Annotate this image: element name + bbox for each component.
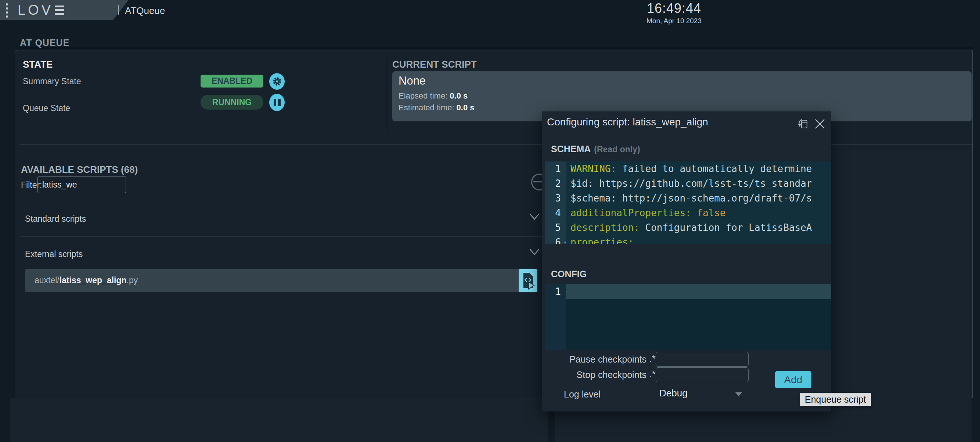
config-line-number: 1 xyxy=(545,284,566,299)
section-underline xyxy=(20,48,973,48)
topbar-divider xyxy=(118,5,119,15)
pause-checkpoints-input[interactable] xyxy=(655,352,749,367)
script-path: auxtel/latiss_wep_align.py xyxy=(35,275,138,286)
add-button[interactable]: Add xyxy=(775,371,811,388)
page-title: ATQueue xyxy=(125,5,165,16)
state-current-divider xyxy=(387,59,387,132)
stop-checkpoints-input[interactable] xyxy=(655,367,749,382)
gear-icon xyxy=(272,77,282,86)
elapsed-time-value: 0.0 s xyxy=(450,91,468,101)
script-prefix: auxtel/ xyxy=(35,275,59,285)
elapsed-time-row: Elapsed time:0.0 s xyxy=(399,91,468,101)
clock: 16:49:44 Mon, Apr 10 2023 xyxy=(624,1,724,25)
log-level-select[interactable]: Debug xyxy=(659,388,687,399)
config-code-editor[interactable]: 1 xyxy=(545,284,831,350)
available-scripts-title: AVAILABLE SCRIPTS (68) xyxy=(21,164,138,176)
bottom-left-sub-panel xyxy=(10,398,548,442)
current-script-title: CURRENT SCRIPT xyxy=(392,59,477,70)
pause-checkpoints-pattern: .* xyxy=(649,353,655,364)
clock-time: 16:49:44 xyxy=(624,1,724,16)
external-scripts-label: External scripts xyxy=(25,249,83,259)
config-title: CONFIG xyxy=(551,269,587,279)
log-level-label: Log level xyxy=(564,389,601,400)
logo-e-bars-icon xyxy=(55,5,64,15)
external-scripts-group[interactable]: External scripts xyxy=(20,243,548,265)
filter-input[interactable] xyxy=(37,176,126,193)
configure-script-modal: Configuring script: latiss_wep_align SCH… xyxy=(542,112,831,412)
configure-script-button[interactable] xyxy=(519,269,538,292)
close-modal-button[interactable] xyxy=(815,118,826,129)
schema-code-editor[interactable]: 1WARNING: failed to automatically determ… xyxy=(545,161,831,244)
standard-scripts-group[interactable]: Standard scripts xyxy=(20,208,548,230)
pause-icon xyxy=(274,99,276,106)
chevron-down-icon xyxy=(529,212,540,223)
script-list-item[interactable]: auxtel/latiss_wep_align.py xyxy=(25,269,538,292)
current-script-name: None xyxy=(399,74,426,88)
schema-readonly-note: (Read only) xyxy=(594,145,640,155)
summary-state-badge: ENABLED xyxy=(200,75,263,88)
estimated-time-value: 0.0 s xyxy=(457,103,474,112)
config-active-line[interactable] xyxy=(566,284,831,299)
groups-divider xyxy=(20,236,548,236)
love-logo: LOV xyxy=(18,3,64,17)
close-icon xyxy=(815,118,826,129)
pause-checkpoints-label: Pause checkpoints xyxy=(562,354,646,365)
queue-state-badge: RUNNING xyxy=(200,95,263,110)
schema-code: 1WARNING: failed to automatically determ… xyxy=(545,161,831,244)
standard-scripts-label: Standard scripts xyxy=(25,214,86,224)
summary-state-settings-button[interactable] xyxy=(269,73,285,90)
atqueue-screen: LOV ATQueue 16:49:44 Mon, Apr 10 2023 AT… xyxy=(0,0,980,442)
summary-state-label: Summary State xyxy=(23,77,81,86)
script-name: latiss_wep_align xyxy=(59,275,127,285)
schema-section-header: SCHEMA (Read only) xyxy=(551,144,640,155)
estimated-time-row: Estimated time:0.0 s xyxy=(399,103,474,113)
queue-state-label: Queue State xyxy=(23,103,70,113)
chevron-down-icon xyxy=(529,248,540,258)
pause-queue-button[interactable] xyxy=(269,94,285,111)
schema-title: SCHEMA xyxy=(551,144,591,155)
estimated-time-label: Estimated time: xyxy=(399,103,454,112)
script-launch-icon xyxy=(522,272,535,290)
script-extension: .py xyxy=(127,275,138,285)
detach-panel-button[interactable] xyxy=(796,117,810,131)
state-panel-title: STATE xyxy=(23,59,52,70)
clock-date: Mon, Apr 10 2023 xyxy=(624,17,724,25)
modal-title: Configuring script: latiss_wep_align xyxy=(547,116,708,128)
stop-checkpoints-pattern: .* xyxy=(649,369,655,380)
dropdown-arrow-icon[interactable] xyxy=(735,393,742,396)
section-title: AT QUEUE xyxy=(20,38,69,48)
kebab-menu-icon[interactable] xyxy=(6,3,8,18)
restore-panel-icon xyxy=(796,117,810,131)
logo-text: LOV xyxy=(18,3,53,17)
stop-checkpoints-label: Stop checkpoints xyxy=(562,370,646,380)
enqueue-script-tooltip: Enqueue script xyxy=(800,393,871,406)
elapsed-time-label: Elapsed time: xyxy=(399,91,447,101)
